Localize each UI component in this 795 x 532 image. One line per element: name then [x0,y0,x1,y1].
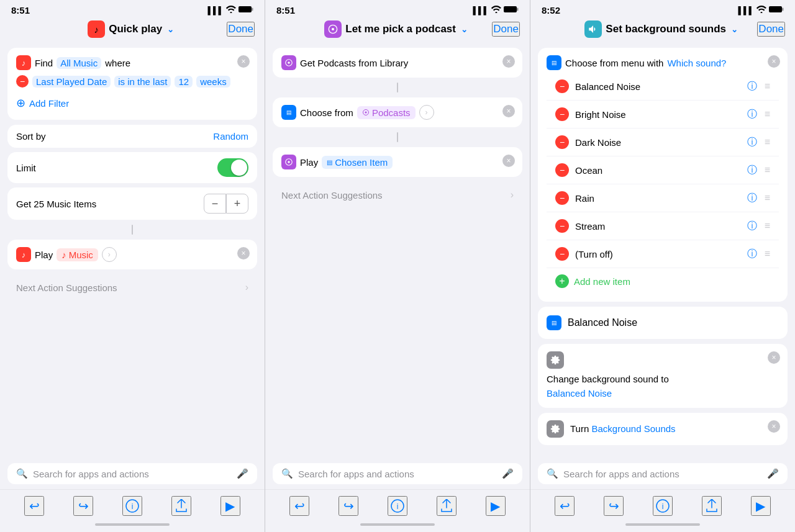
delete-rain-btn[interactable]: − [555,191,569,205]
which-sound-link[interactable]: Which sound? [667,58,726,68]
undo-button-1[interactable]: ↩ [24,496,44,516]
delete-dark-btn[interactable]: − [555,135,569,149]
filter-unit-pill[interactable]: weeks [196,76,230,88]
get-podcasts-close[interactable]: × [502,55,515,68]
result-choose-icon: ▤ [547,315,561,330]
done-button-1[interactable]: Done [227,22,255,37]
balanced-info-icon[interactable]: ⓘ [746,80,758,93]
podcast-icon-2 [281,155,296,169]
filter-field-pill[interactable]: Last Played Date [32,76,111,88]
done-button-2[interactable]: Done [492,22,520,37]
bright-drag-icon[interactable]: ≡ [765,109,770,120]
filter-remove-btn[interactable]: − [16,75,29,88]
choose-menu-close[interactable]: × [768,55,780,68]
balanced-drag-icon[interactable]: ≡ [765,81,770,92]
play-chevron[interactable]: › [102,247,117,262]
play-button-3[interactable]: ▶ [751,496,771,516]
search-bar-3[interactable]: 🔍 Search for apps and actions 🎤 [538,463,788,484]
scroll-content-2: × Get Podcasts from Library × ▤ Choose f… [265,43,530,458]
change-card-close[interactable]: × [768,351,780,364]
chosen-item-pill[interactable]: ▤ Chosen Item [322,156,393,169]
menu-item-dark: − Dark Noise ⓘ ≡ [547,128,779,156]
delete-stream-btn[interactable]: − [555,219,569,233]
rain-drag-icon[interactable]: ≡ [765,192,770,204]
stream-drag-icon[interactable]: ≡ [765,220,770,232]
dark-info-icon[interactable]: ⓘ [746,136,758,149]
status-bar-1: 8:51 ▌▌▌ [0,0,265,18]
delete-bright-btn[interactable]: − [555,107,569,121]
title-chevron-3[interactable]: ⌄ [731,25,738,34]
home-indicator-1 [0,520,265,532]
all-music-pill[interactable]: All Music [57,57,101,69]
filter-value-pill[interactable]: 12 [175,76,193,88]
filter-row: − Last Played Date is in the last 12 wee… [16,75,248,88]
menu-item-turnoff: − (Turn off) ⓘ ≡ [547,240,779,268]
find-card-close[interactable]: × [237,55,250,68]
battery-icon [238,6,253,15]
redo-button-2[interactable]: ↪ [338,496,358,516]
next-suggestions-2[interactable]: Next Action Suggestions › [273,182,522,208]
podcasts-pill[interactable]: Podcasts [357,106,416,119]
search-bar-1[interactable]: 🔍 Search for apps and actions 🎤 [7,463,257,484]
microphone-icon-3[interactable]: 🎤 [767,468,779,479]
turnoff-info-icon[interactable]: ⓘ [746,248,758,261]
search-placeholder-2: Search for apps and actions [298,469,414,479]
ocean-info-icon[interactable]: ⓘ [746,164,758,177]
redo-button-3[interactable]: ↪ [604,496,624,516]
add-item-button[interactable]: + Add new item [547,268,639,294]
info-button-3[interactable]: i [653,496,673,516]
choose-from-close[interactable]: × [502,105,515,117]
add-filter-button[interactable]: ⊕ Add Filter [16,94,69,112]
filter-operator-pill[interactable]: is in the last [114,76,171,88]
rain-info-icon[interactable]: ⓘ [746,192,758,205]
microphone-icon-1[interactable]: 🎤 [237,468,248,479]
stepper-plus-btn[interactable]: + [226,194,248,214]
change-gear-icon [547,351,564,369]
add-item-label: Add new item [574,276,630,287]
bright-info-icon[interactable]: ⓘ [746,108,758,121]
search-bar-2[interactable]: 🔍 Search for apps and actions 🎤 [273,463,522,484]
play-button-2[interactable]: ▶ [486,496,506,516]
share-button-1[interactable] [171,496,191,516]
svg-rect-16 [769,6,782,12]
undo-button-3[interactable]: ↩ [555,496,575,516]
title-chevron-2[interactable]: ⌄ [461,25,468,34]
done-button-3[interactable]: Done [757,22,785,37]
dark-drag-icon[interactable]: ≡ [765,137,770,148]
play-button-1[interactable]: ▶ [220,496,240,516]
info-button-2[interactable]: i [388,496,407,516]
title-chevron-1[interactable]: ⌄ [167,25,174,34]
delete-turnoff-btn[interactable]: − [555,247,569,261]
bottom-toolbar-1: ↩ ↪ i ▶ [0,489,265,520]
ocean-drag-icon[interactable]: ≡ [765,165,770,176]
share-button-3[interactable] [702,496,722,516]
next-suggestions-1[interactable]: Next Action Suggestions › [7,274,257,300]
stepper-minus-btn[interactable]: − [204,194,226,214]
stream-info-icon[interactable]: ⓘ [746,220,758,233]
find-card: × ♪ Find All Music where − Last Played D… [7,48,257,120]
undo-button-2[interactable]: ↩ [289,496,309,516]
turnoff-drag-icon[interactable]: ≡ [765,248,770,259]
music-pill[interactable]: ♪ Music [57,248,98,261]
turn-card-close[interactable]: × [768,420,780,433]
choose-from-row: ▤ Choose from Podcasts › [281,105,514,120]
title-icon-1: ♪ [88,20,105,38]
title-label-3: Set background sounds [606,23,726,35]
info-button-1[interactable]: i [122,496,142,516]
delete-ocean-btn[interactable]: − [555,163,569,177]
change-card-text: Change background sound to Balanced Nois… [547,372,779,400]
status-time-2: 8:51 [276,5,295,16]
choose-chevron[interactable]: › [419,105,434,120]
play-card-close[interactable]: × [237,247,250,259]
share-button-2[interactable] [437,496,457,516]
play-chosen-close[interactable]: × [502,155,515,167]
delete-balanced-btn[interactable]: − [555,79,569,93]
limit-toggle[interactable] [217,158,248,177]
redo-button-1[interactable]: ↪ [73,496,93,516]
change-balanced-label[interactable]: Balanced Noise [547,388,612,399]
sort-value[interactable]: Random [213,131,248,142]
balanced-noise-label: Balanced Noise [575,81,740,92]
microphone-icon-2[interactable]: 🎤 [502,468,514,479]
background-sounds-link[interactable]: Background Sounds [591,423,675,434]
sort-label: Sort by [16,131,46,142]
